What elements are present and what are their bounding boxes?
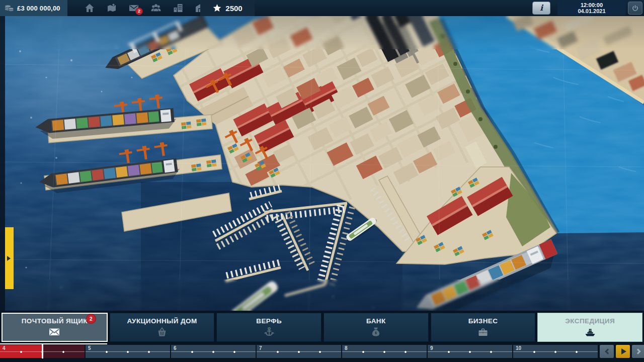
mail-badge: 2 xyxy=(135,8,143,15)
segment-label: 5 xyxy=(88,345,91,351)
reputation-value: 2500 xyxy=(225,4,242,13)
timeline-segment-6[interactable]: 6 xyxy=(171,345,256,358)
port-scene xyxy=(0,16,644,311)
play-button[interactable] xyxy=(616,345,630,358)
nav-label: ПОЧТОВЫЙ ЯЩИК xyxy=(22,317,88,325)
segment-label: 4 xyxy=(3,345,6,351)
chevron-right-icon xyxy=(635,348,640,354)
time-scrubber: 4 5 6 7 8 9 10 xyxy=(0,343,644,362)
side-panel-handle[interactable] xyxy=(5,227,14,289)
elapsed-fill xyxy=(0,345,42,358)
money-panel: £3 000 000,00 xyxy=(0,0,67,16)
home-icon xyxy=(84,3,95,14)
people-icon xyxy=(150,3,162,14)
money-value: £3 000 000,00 xyxy=(17,5,60,12)
topbar: £3 000 000,00 2 xyxy=(0,0,644,16)
map-edge-shade xyxy=(0,16,5,311)
reputation-panel: 2500 xyxy=(200,0,255,16)
segment-label: 9 xyxy=(430,345,433,351)
current-time-marker[interactable] xyxy=(42,344,43,358)
timeline-segment-8[interactable]: 8 xyxy=(342,345,427,358)
city-button[interactable] xyxy=(172,3,184,14)
bottom-nav: ПОЧТОВЫЙ ЯЩИК 2 АУКЦИОННЫЙ ДОМ ВЕРФЬ xyxy=(0,311,644,343)
segment-label: 8 xyxy=(345,345,348,351)
game-time: 12:00:00 xyxy=(581,2,603,8)
timeline-segment-4[interactable]: 4 xyxy=(0,345,85,358)
info-button[interactable]: i xyxy=(532,2,550,15)
map-pin-icon xyxy=(106,3,117,14)
time-controls xyxy=(600,345,644,358)
timeline-segment-9[interactable]: 9 xyxy=(428,345,512,358)
mail-button[interactable]: 2 xyxy=(128,3,139,14)
crew-button[interactable] xyxy=(150,3,162,14)
info-icon: i xyxy=(540,4,543,12)
mailbox-badge: 2 xyxy=(87,314,96,323)
play-icon xyxy=(621,348,626,354)
envelope-icon xyxy=(48,326,61,337)
nav-button-expedition[interactable]: ЭКСПЕДИЦИЯ xyxy=(537,313,642,342)
coins-icon xyxy=(4,3,15,14)
money-bag-icon xyxy=(369,326,382,337)
home-button[interactable] xyxy=(84,3,95,14)
port-map-view[interactable] xyxy=(0,16,644,311)
nav-button-mailbox[interactable]: ПОЧТОВЫЙ ЯЩИК 2 xyxy=(2,313,108,342)
segment-label: 10 xyxy=(516,345,521,351)
basket-icon xyxy=(155,326,169,337)
power-icon xyxy=(631,5,639,12)
nav-button-auction-house[interactable]: АУКЦИОННЫЙ ДОМ xyxy=(110,313,215,342)
nav-button-bank[interactable]: БАНК xyxy=(324,313,429,342)
nav-label: ВЕРФЬ xyxy=(256,317,282,325)
chevron-left-icon xyxy=(605,348,610,354)
star-icon xyxy=(212,4,222,13)
game-date: 04.01.2021 xyxy=(578,8,605,14)
power-button[interactable] xyxy=(628,2,642,15)
nav-button-business[interactable]: БИЗНЕС xyxy=(431,313,536,342)
topbar-nav: 2 xyxy=(84,0,206,16)
ship-icon xyxy=(584,326,597,337)
game-screen: £3 000 000,00 2 xyxy=(0,0,644,362)
segment-label: 7 xyxy=(259,345,262,351)
timeline-track[interactable]: 4 5 6 7 8 9 10 xyxy=(0,345,598,358)
map-button[interactable] xyxy=(106,3,117,14)
nav-button-shipyard[interactable]: ВЕРФЬ xyxy=(216,313,321,342)
timeline-segment-5[interactable]: 5 xyxy=(86,345,170,358)
nav-label: БАНК xyxy=(366,317,386,325)
nav-label: АУКЦИОННЫЙ ДОМ xyxy=(127,317,197,325)
segment-label: 6 xyxy=(174,345,177,351)
speed-down-button[interactable] xyxy=(600,345,614,358)
briefcase-icon xyxy=(476,326,490,337)
elapsed-progress-line xyxy=(0,343,107,344)
timeline-segment-10[interactable]: 10 xyxy=(513,345,598,358)
clock-panel: 12:00:00 04.01.2021 xyxy=(557,1,626,15)
nav-label: ЭКСПЕДИЦИЯ xyxy=(565,317,615,325)
timeline-segment-7[interactable]: 7 xyxy=(257,345,341,358)
anchor-icon xyxy=(263,326,276,337)
nav-label: БИЗНЕС xyxy=(468,317,498,325)
buildings-icon xyxy=(173,3,184,14)
speed-up-button[interactable] xyxy=(632,345,644,358)
